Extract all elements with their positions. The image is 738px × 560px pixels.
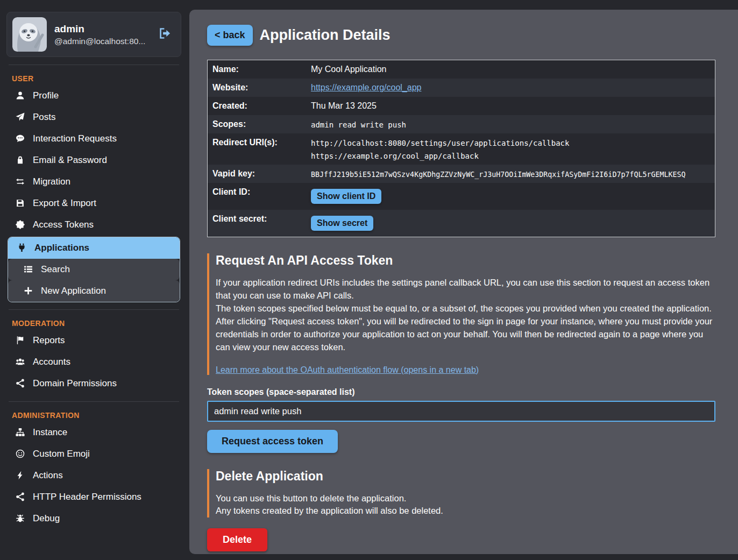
row-label: Created: (208, 97, 311, 115)
sidebar-item-debug[interactable]: Debug (6, 508, 181, 529)
sidebar-item-label: Export & Import (33, 198, 96, 209)
show-secret-button[interactable]: Show secret (311, 216, 373, 231)
docs-paragraph: After clicking "Request access token", y… (216, 315, 715, 354)
oauth-docs-link[interactable]: Learn more about the OAuth authenticatio… (216, 365, 479, 375)
sidebar-item-access-tokens[interactable]: Access Tokens (6, 214, 181, 236)
app-website-value: https://example.org/cool_app (311, 79, 427, 97)
sidebar-item-export-import[interactable]: Export & Import (6, 193, 181, 214)
bolt-icon (14, 471, 26, 480)
docs-paragraph: Any tokens created by the application wi… (216, 505, 715, 518)
main-panel: < back Application Details Name: My Cool… (189, 10, 738, 554)
sidebar-item-profile[interactable]: Profile (6, 85, 181, 107)
delete-application-docs: You can use this button to delete the ap… (216, 492, 715, 518)
app-vapid-key: BBJffJ219b5iE512m7wQSzv4KgKDhgZZVzNyWC_r… (311, 165, 691, 183)
user-name: admin (54, 23, 151, 35)
user-icon (14, 91, 26, 101)
docs-paragraph: If your application redirect URIs includ… (216, 277, 715, 302)
arrows-left-right-icon (14, 177, 26, 187)
sign-out-icon[interactable] (158, 26, 174, 42)
row-label: Client ID: (208, 183, 311, 201)
row-label: Vapid key: (208, 165, 311, 183)
lock-icon (14, 155, 26, 165)
sidebar-item-label: Debug (33, 513, 60, 524)
table-row: Created: Thu Mar 13 2025 (208, 97, 715, 115)
divider (9, 309, 179, 310)
sidebar-item-label: Migration (33, 176, 70, 187)
website-link[interactable]: https://example.org/cool_app (311, 83, 421, 92)
sidebar: admin @admin@localhost:80... USER Profil… (0, 0, 186, 560)
share-nodes-icon (14, 379, 26, 388)
row-label: Redirect URI(s): (208, 133, 311, 152)
table-row: Website: https://example.org/cool_app (208, 79, 715, 97)
app-scopes-value: admin read write push (311, 115, 411, 133)
sidebar-item-migration[interactable]: Migration (6, 171, 181, 193)
sidebar-item-label: Search (41, 264, 70, 275)
sidebar-item-applications[interactable]: Applications (8, 237, 180, 259)
user-card[interactable]: admin @admin@localhost:80... (6, 12, 181, 57)
request-access-token-button[interactable]: Request access token (207, 430, 338, 453)
divider (9, 65, 179, 65)
table-row: Client ID: Show client ID (208, 183, 715, 210)
table-row: Vapid key: BBJffJ219b5iE512m7wQSzv4KgKDh… (208, 165, 715, 183)
flag-icon (14, 336, 26, 345)
back-button[interactable]: < back (207, 25, 253, 46)
redirect-uri: http://localhost:8080/settings/user/appl… (311, 139, 569, 147)
sidebar-item-label: Profile (33, 90, 59, 101)
sidebar-item-label: Access Tokens (33, 219, 94, 230)
sidebar-item-search[interactable]: Search (8, 259, 180, 280)
plug-icon (16, 243, 27, 253)
table-row: Name: My Cool Application (208, 60, 715, 79)
face-smile-icon (14, 449, 26, 459)
sidebar-item-label: Instance (33, 427, 67, 438)
row-label: Website: (208, 79, 311, 97)
client-secret-cell: Show secret (311, 210, 379, 237)
sidebar-item-posts[interactable]: Posts (6, 107, 181, 128)
token-scopes-label: Token scopes (space-separated list) (207, 387, 715, 397)
row-label: Client secret: (208, 210, 311, 228)
row-label: Scopes: (208, 115, 311, 133)
user-meta: admin @admin@localhost:80... (54, 23, 151, 46)
sidebar-item-label: Email & Password (33, 155, 107, 166)
sidebar-item-instance[interactable]: Instance (6, 422, 181, 443)
applications-group: Applications Search New Application (8, 237, 180, 302)
docs-paragraph: The token scopes specified below must be… (216, 302, 715, 315)
sidebar-item-interaction-requests[interactable]: Interaction Requests (6, 128, 181, 150)
sidebar-item-label: Interaction Requests (33, 133, 117, 144)
request-token-docs: If your application redirect URIs includ… (216, 277, 715, 354)
section-label-moderation: MODERATION (6, 317, 181, 330)
sidebar-item-label: Applications (34, 243, 89, 253)
sidebar-item-reports[interactable]: Reports (6, 330, 181, 351)
show-client-id-button[interactable]: Show client ID (311, 189, 381, 204)
list-icon (22, 265, 34, 274)
sidebar-item-domain-permissions[interactable]: Domain Permissions (6, 373, 181, 394)
delete-application-section: Delete Application You can use this butt… (207, 469, 715, 518)
sidebar-item-actions[interactable]: Actions (6, 465, 181, 486)
comment-dots-icon (14, 134, 26, 144)
sidebar-item-label: HTTP Header Permissions (33, 492, 141, 502)
table-row: Client secret: Show secret (208, 210, 715, 237)
delete-button[interactable]: Delete (207, 528, 267, 551)
token-scopes-input[interactable] (207, 401, 715, 422)
section-label-administration: ADMINISTRATION (6, 409, 181, 422)
section-label-user: USER (6, 72, 181, 85)
page-title: Application Details (260, 27, 391, 44)
client-id-cell: Show client ID (311, 183, 387, 210)
sidebar-item-custom-emoji[interactable]: Custom Emoji (6, 443, 181, 465)
delete-application-heading: Delete Application (216, 469, 715, 484)
sidebar-item-label: Posts (33, 112, 56, 123)
sidebar-item-new-application[interactable]: New Application (8, 280, 180, 302)
request-token-heading: Request An API Access Token (216, 253, 715, 268)
share-nodes-icon (14, 492, 26, 502)
sidebar-item-label: Actions (33, 470, 63, 481)
docs-paragraph: You can use this button to delete the ap… (216, 492, 715, 505)
divider (9, 401, 179, 402)
application-details-table: Name: My Cool Application Website: https… (207, 60, 715, 237)
certificate-icon (14, 220, 26, 230)
sitemap-icon (14, 428, 26, 437)
sidebar-item-http-header-permissions[interactable]: HTTP Header Permissions (6, 486, 181, 508)
request-token-section: Request An API Access Token If your appl… (207, 253, 715, 375)
sidebar-item-email-password[interactable]: Email & Password (6, 150, 181, 171)
app-redirect-uris: http://localhost:8080/settings/user/appl… (311, 133, 574, 165)
sidebar-item-accounts[interactable]: Accounts (6, 351, 181, 373)
row-label: Name: (208, 60, 311, 79)
